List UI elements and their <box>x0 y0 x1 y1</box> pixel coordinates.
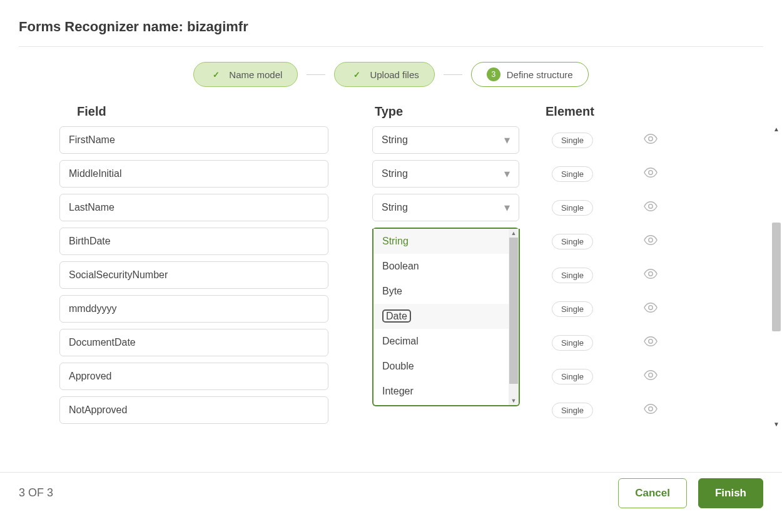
footer: 3 OF 3 Cancel Finish <box>0 472 782 513</box>
eye-icon[interactable] <box>644 235 658 248</box>
eye-icon[interactable] <box>644 303 658 316</box>
element-pill[interactable]: Single <box>552 234 593 249</box>
check-icon: ✓ <box>209 68 223 81</box>
step-upload-files[interactable]: ✓ Upload files <box>334 62 434 87</box>
stepper: ✓ Name model ✓ Upload files 3 Define str… <box>19 62 763 87</box>
svg-point-0 <box>649 136 653 140</box>
scroll-down-icon[interactable]: ▼ <box>509 396 519 405</box>
table-row: LastNameString▾Single <box>59 194 723 221</box>
check-icon: ✓ <box>350 68 363 81</box>
scroll-up-icon[interactable]: ▲ <box>771 124 782 134</box>
type-value: String <box>382 168 408 179</box>
field-input[interactable]: SocialSecurityNumber <box>59 261 328 289</box>
element-pill[interactable]: Single <box>552 301 593 317</box>
dropdown-option[interactable]: Double <box>373 354 519 379</box>
type-select[interactable]: String▾ <box>372 160 519 188</box>
page-scrollbar[interactable]: ▲ ▼ <box>771 124 782 429</box>
eye-icon[interactable] <box>644 168 658 181</box>
svg-point-7 <box>649 373 653 376</box>
scroll-down-icon[interactable]: ▼ <box>771 419 782 429</box>
dropdown-option[interactable]: Date <box>373 304 519 329</box>
dropdown-option[interactable]: Boolean <box>373 254 519 279</box>
step-count: 3 OF 3 <box>19 486 53 499</box>
element-pill[interactable]: Single <box>552 133 593 148</box>
structure-table: Field Type Element FirstNameString▾Singl… <box>59 104 723 424</box>
cancel-button[interactable]: Cancel <box>618 478 687 508</box>
chevron-down-icon: ▾ <box>504 201 510 214</box>
table-row: FirstNameString▾Single <box>59 126 723 154</box>
type-dropdown-panel: StringBooleanByteDateDecimalDoubleIntege… <box>372 229 520 406</box>
svg-point-4 <box>649 271 653 275</box>
field-input[interactable]: FirstName <box>59 126 328 154</box>
element-pill[interactable]: Single <box>552 335 593 351</box>
eye-icon[interactable] <box>644 370 658 383</box>
type-select[interactable]: String▾ <box>372 126 519 154</box>
svg-point-3 <box>649 238 653 241</box>
scroll-thumb[interactable] <box>509 238 518 384</box>
dropdown-scrollbar[interactable]: ▲ ▼ <box>509 229 519 405</box>
step-name-model[interactable]: ✓ Name model <box>193 62 298 87</box>
dropdown-option[interactable]: String <box>373 229 519 254</box>
svg-point-8 <box>649 406 653 410</box>
step-number-badge: 3 <box>487 68 500 81</box>
chevron-down-icon: ▾ <box>504 167 510 181</box>
columns-header: Field Type Element <box>59 104 723 126</box>
type-value: String <box>382 202 408 213</box>
field-input[interactable]: LastName <box>59 194 328 221</box>
step-label: Name model <box>229 69 282 80</box>
field-input[interactable]: MiddleInitial <box>59 160 328 188</box>
element-pill[interactable]: Single <box>552 369 593 384</box>
eye-icon[interactable] <box>644 201 658 214</box>
page-title: Forms Recognizer name: bizagimfr <box>19 19 763 47</box>
column-header-type: Type <box>375 104 522 119</box>
title-prefix: Forms Recognizer name: <box>19 19 187 34</box>
step-connector <box>307 74 325 75</box>
element-pill[interactable]: Single <box>552 268 593 283</box>
svg-point-6 <box>649 339 653 343</box>
table-row: MiddleInitialString▾Single <box>59 160 723 188</box>
dropdown-option[interactable]: Byte <box>373 279 519 304</box>
element-pill[interactable]: Single <box>552 403 593 418</box>
column-header-element: Element <box>522 104 628 119</box>
dropdown-option[interactable]: Decimal <box>373 329 519 354</box>
element-pill[interactable]: Single <box>552 166 593 182</box>
dropdown-option[interactable]: Integer <box>373 379 519 404</box>
eye-icon[interactable] <box>644 336 658 349</box>
field-input[interactable]: NotApproved <box>59 396 328 424</box>
eye-icon[interactable] <box>644 134 658 147</box>
step-label: Upload files <box>370 69 419 80</box>
eye-icon[interactable] <box>644 404 658 417</box>
chevron-down-icon: ▾ <box>504 133 510 147</box>
title-value: bizagimfr <box>187 19 248 34</box>
svg-point-1 <box>649 170 653 174</box>
finish-button[interactable]: Finish <box>698 478 763 508</box>
step-connector <box>444 74 462 75</box>
column-header-field: Field <box>62 104 331 119</box>
element-pill[interactable]: Single <box>552 200 593 216</box>
step-define-structure[interactable]: 3 Define structure <box>471 62 589 87</box>
field-input[interactable]: Approved <box>59 363 328 390</box>
field-input[interactable]: mmddyyyy <box>59 295 328 323</box>
field-input[interactable]: DocumentDate <box>59 329 328 356</box>
field-input[interactable]: BirthDate <box>59 228 328 255</box>
type-value: String <box>382 134 408 146</box>
scroll-thumb[interactable] <box>772 223 781 331</box>
eye-icon[interactable] <box>644 269 658 282</box>
svg-point-5 <box>649 305 653 309</box>
svg-point-2 <box>649 204 653 208</box>
step-label: Define structure <box>507 69 573 80</box>
scroll-up-icon[interactable]: ▲ <box>509 229 519 238</box>
type-select[interactable]: String▾ <box>372 194 519 221</box>
